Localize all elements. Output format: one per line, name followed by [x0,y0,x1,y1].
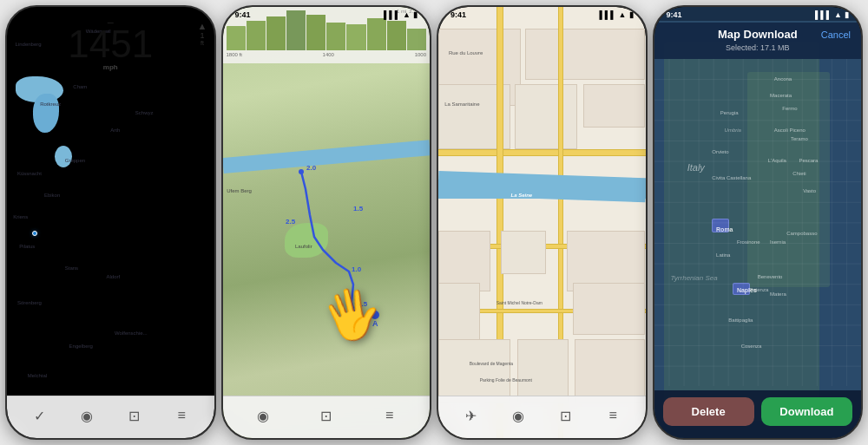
block-south-7 [517,339,569,404]
map-label-rotkreuz: Rotkreuz [40,101,61,107]
status-icons: ▌▌▌ ▲ ▮ [815,10,849,19]
status-icons: ▌▌▌ ▲ ▮ [599,10,633,19]
phone4-status-bar: 9:41 ▌▌▌ ▲ ▮ [654,7,862,21]
status-time: 9:41 [450,10,466,19]
label-rue-louvre: Rue du Louvre [449,50,483,56]
map-label-ebikon: Ebikon [44,193,60,198]
phone3-map: Rue du Louvre La Samaritaine La Seine Sa… [438,7,646,438]
toolbar-camera-icon[interactable]: ◉ [251,403,275,428]
label-parking: Parking Folie de Beaumont [480,377,532,383]
speed-unit: mph [103,63,118,71]
label-saint-michel: Saint Michel Notre-Dam [496,300,542,305]
status-time: 9:41 [19,10,35,19]
wifi-icon: ▲ [834,10,842,19]
phone1-status-bar: 9:41 ▌▌▌ ▲ ▮ [7,7,214,21]
block-south-8 [575,339,645,404]
phone-4: Ancona Macerata Fermo Perugia Umbria Asc… [653,5,864,440]
download-button[interactable]: Download [761,397,852,426]
altitude-arrow: ▲ [198,21,207,31]
delete-button[interactable]: Delete [663,397,754,426]
map-label-pilatus: Pilatus [19,244,35,249]
map-label-engelberg: Engelberg [69,344,93,349]
svg-text:1.0: 1.0 [352,265,362,273]
block-south-6 [438,339,510,404]
svg-point-0 [299,169,304,174]
toolbar-check-icon[interactable]: ✓ [27,403,51,428]
toolbar-grid-icon[interactable]: ⊡ [314,403,339,428]
speed-value: 1451 [68,25,153,63]
phone4-map: Ancona Macerata Fermo Perugia Umbria Asc… [654,7,862,438]
phone2-toolbar[interactable]: ◉ ⊡ ≡ [223,396,431,438]
svg-text:2.0: 2.0 [306,164,317,172]
label-samaritaine: La Samaritaine [444,101,479,107]
phone4-top-bar: Map Download Selected: 17.1 MB Cancel [654,23,862,59]
toolbar-menu-icon[interactable]: ≡ [601,403,625,428]
phone4-bottom-bar: Delete Download [654,390,862,438]
battery-icon: ▮ [629,10,634,19]
svg-text:2.5: 2.5 [286,218,296,226]
block-south-2 [501,231,546,274]
battery-icon: ▮ [198,10,202,19]
altitude-value: 1 [198,31,207,40]
wifi-icon: ▲ [619,10,627,19]
status-icons: ▌▌▌ ▲ ▮ [384,10,418,19]
label-boulevard: Boulevard de Magenta [470,361,513,366]
map-label-melchtal: Melchtal [28,373,47,378]
toolbar-camera-icon[interactable]: ◉ [75,403,99,428]
road-yellow-h1 [438,149,646,156]
label-seine: La Seine [510,193,532,198]
toolbar-menu-icon[interactable]: ≡ [169,403,194,428]
map-label-schwyz: Schwyz [135,110,154,115]
block-4 [515,84,577,149]
map-label-wolfenschie: Wolfenschie... [115,330,148,336]
route-svg: 2.0 2.5 1.5 1.0 0.5 A [223,7,431,438]
toolbar-grid-icon[interactable]: ⊡ [554,403,578,428]
map-label-stans: Stans [65,265,78,271]
phone2-status-bar: 9:41 ▌▌▌ ▲ ▮ [223,7,431,21]
map-label-kriens: Kriens [13,214,28,219]
signal-icon: ▌▌▌ [384,10,400,19]
toolbar-camera-icon[interactable]: ◉ [506,403,530,428]
map-label-cham: Cham [73,84,87,89]
toolbar-layers-icon[interactable]: ⊡ [122,403,147,428]
cancel-button[interactable]: Cancel [821,29,851,40]
phone-3: Rue du Louvre La Samaritaine La Seine Sa… [437,5,648,440]
map-label-arth: Arth [110,128,120,133]
toolbar-menu-icon[interactable]: ≡ [378,403,402,428]
block-5 [583,84,646,128]
block-south-4 [438,283,480,348]
phone2-map: Hinterrein Vorderrein Ufem Berg Laufolir [223,7,431,438]
phone-2: Hinterrein Vorderrein Ufem Berg Laufolir [221,5,432,440]
phone3-status-bar: 9:41 ▌▌▌ ▲ ▮ [438,7,646,21]
map-label-greppen: Greppen [65,158,85,163]
toolbar-location-icon[interactable]: ✈ [458,403,483,428]
location-dot [32,231,37,236]
phone3-toolbar[interactable]: ✈ ◉ ⊡ ≡ [438,396,646,438]
status-time: 9:41 [667,10,682,19]
phone-1: Lindenberg Wädenswil Cham Rotkreuz Küssn… [5,5,216,440]
signal-icon: ▌▌▌ [599,10,615,19]
grid-svg [654,59,862,387]
grid-container [654,59,862,387]
speed-overlay: — 1451 mph [7,19,214,71]
map-label-sorenberg: Sörenberg [17,300,42,305]
wifi-icon: ▲ [403,10,411,19]
download-subtitle: Selected: 17.1 MB [665,43,852,52]
seine-river-2 [438,180,646,199]
signal-icon: ▌▌▌ [168,10,184,19]
battery-icon: ▮ [845,10,849,19]
phone1-toolbar[interactable]: ✓ ◉ ⊡ ≡ [7,396,214,438]
block-2 [525,29,645,81]
altitude-unit: ft [198,40,207,46]
svg-text:1.5: 1.5 [353,205,364,213]
status-icons: ▌▌▌ ▲ ▮ [168,10,201,19]
wifi-icon: ▲ [187,10,195,19]
block-south-5 [573,283,645,335]
map-label-kussnacht: Küssnacht [17,171,42,176]
map-label-aldorf: Aldorf [106,274,120,279]
signal-icon: ▌▌▌ [815,10,832,19]
status-time: 9:41 [235,10,251,19]
battery-icon: ▮ [413,10,418,19]
altitude-display: ▲ 1 ft [198,21,207,46]
